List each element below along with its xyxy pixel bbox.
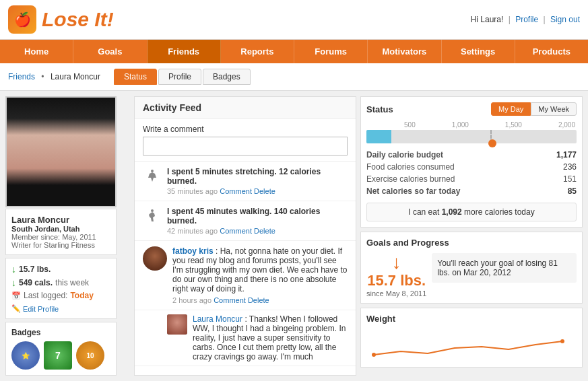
profile-location: South Jordan, Utah bbox=[11, 225, 110, 233]
delete-link-2[interactable]: Delete bbox=[254, 227, 275, 235]
friends-breadcrumb-link[interactable]: Friends bbox=[8, 72, 35, 81]
badges-row: ⭐ 7 10 bbox=[11, 341, 110, 370]
write-comment-label: Write a comment bbox=[143, 125, 348, 134]
activity-time-2: 42 minutes ago Comment Delete bbox=[167, 227, 348, 235]
logo-text: Lose It! bbox=[42, 8, 114, 31]
breadcrumb: Friends • Laura Moncur bbox=[8, 72, 100, 81]
stats-box: ↓ 15.7 lbs. ↓ 549 cals. this week 📅 Last… bbox=[5, 258, 117, 319]
goal-arrow-icon: ↓ bbox=[392, 253, 401, 272]
bar-dot bbox=[488, 139, 496, 147]
time-label-2: 42 minutes ago bbox=[167, 227, 220, 235]
comment-link-1[interactable]: Comment bbox=[220, 187, 252, 195]
profile-link[interactable]: Profile bbox=[515, 15, 538, 24]
top-right-nav: Hi Laura! | Profile | Sign out bbox=[471, 15, 580, 24]
badges-title: Badges bbox=[11, 328, 110, 337]
tab-badges[interactable]: Badges bbox=[203, 69, 251, 85]
profile-info: Laura Moncur South Jordan, Utah Member s… bbox=[5, 209, 117, 255]
scale-2000: 2,000 bbox=[558, 121, 575, 129]
edit-icon: ✏️ bbox=[11, 304, 21, 313]
comment-time-1: 2 hours ago Comment Delete bbox=[172, 296, 348, 304]
signout-link[interactable]: Sign out bbox=[550, 15, 580, 24]
main-content: Laura Moncur South Jordan, Utah Member s… bbox=[0, 91, 588, 381]
edit-profile-link[interactable]: ✏️ Edit Profile bbox=[11, 304, 110, 313]
svg-point-1 bbox=[151, 209, 154, 212]
nav-goals[interactable]: Goals bbox=[73, 40, 147, 63]
tab-status[interactable]: Status bbox=[114, 69, 157, 85]
reply-avatar-img-1 bbox=[167, 314, 187, 335]
comment-block-1: fatboy kris : Ha, not gonna hate on your… bbox=[135, 241, 356, 310]
last-logged-icon: 📅 bbox=[11, 291, 21, 300]
bar-track bbox=[366, 130, 577, 143]
main-nav: Home Goals Friends Reports Forums Motiva… bbox=[0, 40, 588, 63]
nav-products[interactable]: Products bbox=[515, 40, 588, 63]
comment-avatar-1 bbox=[143, 246, 167, 271]
comment-delete-link-1[interactable]: Delete bbox=[248, 296, 269, 304]
reply-avatar-1 bbox=[167, 314, 187, 335]
cals-arrow-icon: ↓ bbox=[11, 277, 16, 288]
comment-time-label-1: 2 hours ago bbox=[172, 296, 214, 304]
right-panel: Status My Day My Week 500 1,000 1,500 2,… bbox=[360, 96, 583, 376]
nav-reports[interactable]: Reports bbox=[221, 40, 294, 63]
lbs-arrow-icon: ↓ bbox=[11, 264, 16, 275]
goals-box: Goals and Progress ↓ 15.7 lbs. since May… bbox=[360, 232, 583, 304]
comment-input[interactable] bbox=[143, 137, 348, 155]
weight-title: Weight bbox=[366, 314, 577, 324]
svg-point-0 bbox=[151, 170, 154, 172]
nav-motivators[interactable]: Motivators bbox=[368, 40, 441, 63]
status-title: Status bbox=[366, 104, 393, 114]
activity-item-1: I spent 5 minutes stretching. 12 calorie… bbox=[135, 162, 356, 201]
comment-avatar-img-1 bbox=[143, 246, 167, 271]
badge-3: 10 bbox=[76, 341, 104, 370]
cals-row: ↓ 549 cals. this week bbox=[11, 277, 110, 288]
write-comment-area: Write a comment bbox=[135, 119, 356, 162]
activity-text-2: I spent 45 minutes walking. 140 calories… bbox=[167, 207, 348, 235]
exercise-calories-row: Exercise calories burned 151 bbox=[366, 173, 577, 185]
activity-main-1: I spent 5 minutes stretching. 12 calorie… bbox=[167, 167, 348, 186]
calorie-bar-container: 500 1,000 1,500 2,000 bbox=[366, 121, 577, 143]
food-cal-value: 236 bbox=[563, 162, 577, 172]
activity-text-1: I spent 5 minutes stretching. 12 calorie… bbox=[167, 167, 348, 195]
day-week-tabs: My Day My Week bbox=[491, 102, 577, 116]
last-logged-row: 📅 Last logged: Today bbox=[11, 291, 110, 300]
profile-member-since: Member since: May, 2011 bbox=[11, 233, 110, 241]
logo-area: 🍎 Lose It! bbox=[8, 5, 114, 34]
time-label-1: 35 minutes ago bbox=[167, 187, 220, 195]
logo-icon: 🍎 bbox=[8, 5, 36, 34]
reply-author-1: Laura Moncur bbox=[193, 314, 242, 324]
nav-settings[interactable]: Settings bbox=[442, 40, 515, 63]
scale-1500: 1,500 bbox=[505, 121, 522, 129]
breadcrumb-row: Friends • Laura Moncur Status Profile Ba… bbox=[0, 63, 588, 91]
activity-main-2: I spent 45 minutes walking. 140 calories… bbox=[167, 207, 348, 226]
lbs-lost-value: 15.7 lbs. bbox=[19, 265, 51, 274]
food-cal-label: Food calories consumed bbox=[366, 162, 455, 172]
food-calories-row: Food calories consumed 236 bbox=[366, 161, 577, 173]
greeting-text: Hi Laura! bbox=[471, 15, 504, 24]
middle-panel: Activity Feed Write a comment I spent 5 … bbox=[134, 96, 356, 376]
exercise-cal-value: 151 bbox=[563, 174, 577, 184]
net-cal-value: 85 bbox=[568, 186, 577, 196]
sub-tabs: Status Profile Badges bbox=[114, 69, 251, 85]
tab-profile[interactable]: Profile bbox=[158, 69, 201, 85]
goal-lbs: ↓ 15.7 lbs. since May 8, 2011 bbox=[366, 253, 426, 298]
cals-value: 549 cals. bbox=[19, 278, 53, 287]
status-box: Status My Day My Week 500 1,000 1,500 2,… bbox=[360, 96, 583, 228]
header: 🍎 Lose It! Hi Laura! | Profile | Sign ou… bbox=[0, 0, 588, 40]
activity-feed-header: Activity Feed bbox=[135, 97, 356, 119]
comment-reply-link-1[interactable]: Comment bbox=[214, 296, 246, 304]
goals-content: ↓ 15.7 lbs. since May 8, 2011 You'll rea… bbox=[366, 253, 577, 298]
nav-friends[interactable]: Friends bbox=[148, 40, 221, 63]
left-panel: Laura Moncur South Jordan, Utah Member s… bbox=[5, 96, 130, 376]
budget-row: Daily calorie budget 1,177 bbox=[366, 149, 577, 161]
weight-dot-last bbox=[560, 339, 564, 343]
badge-1: ⭐ bbox=[11, 341, 40, 370]
nav-forums[interactable]: Forums bbox=[294, 40, 368, 63]
lbs-lost-row: ↓ 15.7 lbs. bbox=[11, 264, 110, 275]
delete-link-1[interactable]: Delete bbox=[254, 187, 275, 195]
my-day-tab[interactable]: My Day bbox=[491, 102, 531, 116]
calorie-scale: 500 1,000 1,500 2,000 bbox=[366, 121, 577, 129]
profile-photo bbox=[5, 96, 117, 207]
my-week-tab[interactable]: My Week bbox=[531, 102, 577, 116]
stretch-icon bbox=[143, 167, 162, 186]
nav-home[interactable]: Home bbox=[0, 40, 73, 63]
comment-link-2[interactable]: Comment bbox=[220, 227, 252, 235]
